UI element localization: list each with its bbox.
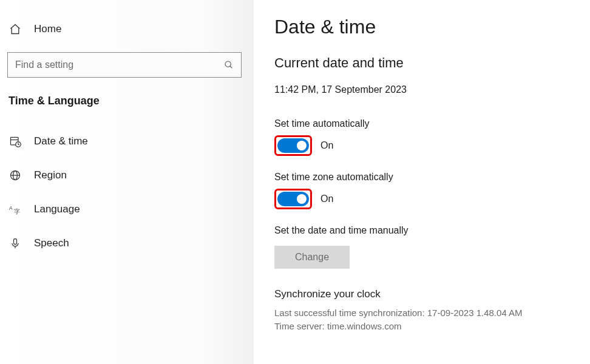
home-icon [8, 23, 22, 35]
sync-last-line: Last successful time synchronization: 17… [274, 306, 578, 320]
section-title: Current date and time [274, 55, 578, 71]
sidebar-item-label: Speech [34, 237, 69, 249]
svg-rect-10 [14, 239, 17, 244]
set-tz-auto-state: On [320, 194, 333, 204]
sidebar-item-date-time[interactable]: Date & time [7, 124, 242, 158]
set-time-auto-state: On [320, 140, 333, 151]
search-input[interactable] [15, 59, 224, 70]
set-time-auto-toggle[interactable] [277, 138, 309, 153]
calendar-clock-icon [8, 135, 22, 147]
sidebar-item-region[interactable]: Region [7, 158, 242, 192]
svg-point-0 [225, 61, 231, 67]
home-label: Home [34, 23, 61, 35]
sync-server-line: Time server: time.windows.com [274, 320, 578, 333]
microphone-icon [8, 237, 22, 249]
svg-line-1 [230, 66, 232, 68]
sidebar-item-label: Region [34, 169, 67, 181]
sidebar-item-label: Date & time [34, 135, 88, 147]
sidebar: Home Time & Language Date & time Region [0, 0, 254, 364]
main-content: Date & time Current date and time 11:42 … [254, 0, 590, 364]
current-datetime: 11:42 PM, 17 September 2023 [274, 84, 578, 95]
search-box[interactable] [7, 52, 242, 78]
set-tz-auto-label: Set time zone automatically [274, 172, 578, 183]
highlight-box [274, 135, 312, 156]
set-time-auto-label: Set time automatically [274, 118, 578, 129]
language-icon: A 字 [8, 203, 22, 215]
sidebar-item-language[interactable]: A 字 Language [7, 192, 242, 226]
svg-text:A: A [9, 205, 13, 211]
category-title: Time & Language [7, 95, 242, 107]
sidebar-item-label: Language [34, 203, 80, 215]
svg-text:字: 字 [14, 208, 20, 215]
change-button[interactable]: Change [274, 246, 350, 269]
page-title: Date & time [274, 16, 578, 38]
highlight-box [274, 189, 312, 209]
search-icon [224, 60, 234, 70]
set-tz-auto-toggle[interactable] [277, 192, 309, 206]
sidebar-item-speech[interactable]: Speech [7, 226, 242, 260]
sync-title: Synchronize your clock [274, 288, 578, 300]
manual-label: Set the date and time manually [274, 225, 578, 236]
home-nav[interactable]: Home [7, 19, 242, 39]
globe-icon [8, 169, 22, 181]
